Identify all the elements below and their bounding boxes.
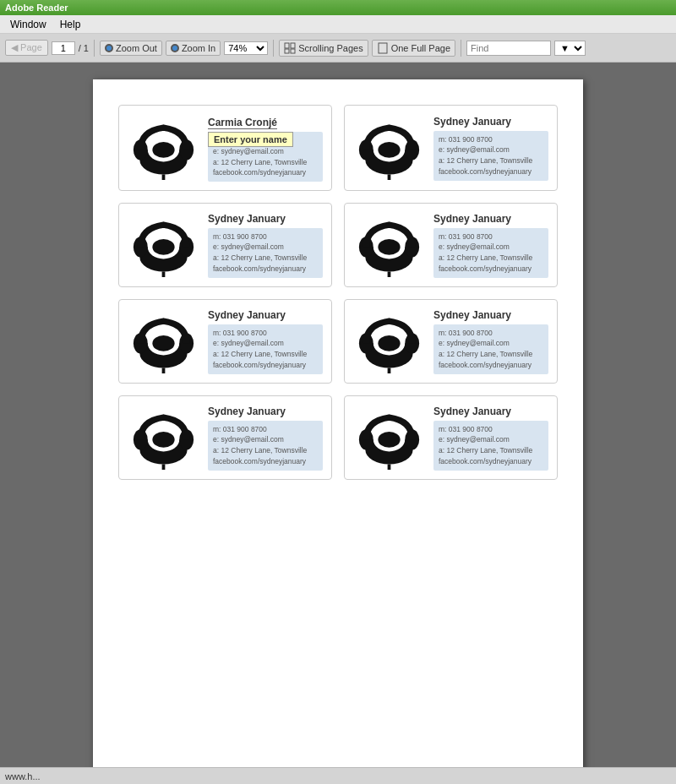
business-card: Sydney January m: 031 900 8700 e: sydney… [118, 395, 332, 480]
card-details: m: 031 900 8700 e: sydney@email.com a: 1… [439, 231, 543, 275]
card-address: a: 12 Cherry Lane, Townsville [439, 445, 543, 456]
toolbar: ◀ Page 1 / 1 Zoom Out Zoom In 74% 50% 10… [0, 34, 676, 63]
one-full-page-label: One Full Page [391, 43, 450, 53]
card-details: m: 031 900 8700 e: sydney@email.com a: 1… [439, 424, 543, 467]
sep2 [273, 40, 274, 57]
menu-help[interactable]: Help [53, 17, 88, 32]
card-email: e: sydney@email.com [439, 144, 543, 155]
phone-icon [353, 310, 425, 373]
business-card: Sydney January m: 031 900 8700 e: sydney… [118, 203, 332, 287]
phone-icon [353, 406, 425, 470]
svg-rect-3 [291, 49, 295, 53]
zoom-select[interactable]: 74% 50% 100% 125% 150% [224, 41, 268, 55]
business-card: Sydney January m: 031 900 8700 e: sydney… [344, 299, 558, 384]
card-social: facebook.com/sydneyjanuary [213, 360, 318, 371]
card-info: Sydney January m: 031 900 8700 e: sydney… [433, 213, 548, 278]
status-bar: www.h... [0, 767, 676, 784]
one-full-page-button[interactable]: One Full Page [372, 40, 455, 57]
zoom-out-button[interactable]: Zoom Out [100, 41, 162, 56]
card-phone: m: 031 900 8700 [213, 328, 318, 339]
card-info-bg: m: 031 900 8700 e: sydney@email.com a: 1… [208, 228, 323, 278]
phone-icon [128, 310, 199, 373]
phone-icon [128, 214, 199, 277]
card-name: Sydney January [433, 309, 548, 321]
card-name: Sydney January [208, 213, 323, 225]
scrolling-pages-label: Scrolling Pages [298, 43, 363, 53]
cards-grid: Carmia Cronjé Enter your name m: 031 900… [110, 96, 566, 488]
sep1 [94, 40, 95, 57]
card-address: a: 12 Cherry Lane, Townsville [213, 253, 318, 264]
svg-point-42 [378, 432, 400, 448]
card-phone: m: 031 900 8700 [439, 424, 543, 435]
card-address: a: 12 Cherry Lane, Townsville [213, 157, 318, 168]
card-address: a: 12 Cherry Lane, Townsville [439, 349, 543, 360]
card-address: a: 12 Cherry Lane, Townsville [439, 253, 543, 264]
menu-bar: Window Help [0, 15, 676, 34]
card-social: facebook.com/sydneyjanuary [213, 264, 318, 275]
card-social: facebook.com/sydneyjanuary [439, 360, 543, 371]
zoom-out-radio [105, 44, 113, 52]
card-name: Sydney January [433, 213, 548, 225]
card-name: Sydney January [208, 309, 323, 321]
card-phone: m: 031 900 8700 [439, 231, 543, 242]
card-details: m: 031 900 8700 e: sydney@email.com a: 1… [439, 328, 543, 371]
card-info: Sydney January m: 031 900 8700 e: sydney… [433, 406, 548, 471]
business-card: Sydney January m: 031 900 8700 e: sydney… [344, 395, 558, 480]
find-input[interactable] [466, 41, 551, 56]
phone-icon [128, 406, 199, 470]
card-phone: m: 031 900 8700 [213, 424, 318, 435]
card-email: e: sydney@email.com [439, 242, 543, 253]
svg-point-17 [152, 239, 174, 255]
svg-point-22 [378, 239, 400, 255]
card-info-bg: m: 031 900 8700 e: sydney@email.com a: 1… [208, 421, 323, 471]
card-phone: m: 031 900 8700 [439, 328, 543, 339]
card-email: e: sydney@email.com [213, 242, 318, 253]
svg-rect-0 [285, 43, 289, 48]
card-info-bg: m: 031 900 8700 e: sydney@email.com a: 1… [433, 324, 548, 374]
zoom-in-label: Zoom In [182, 43, 215, 53]
card-address: a: 12 Cherry Lane, Townsville [439, 155, 543, 166]
phone-icon [128, 117, 199, 180]
svg-point-12 [378, 142, 400, 158]
card-phone: m: 031 900 8700 [439, 134, 543, 145]
main-area: Carmia Cronjé Enter your name m: 031 900… [0, 63, 676, 767]
find-dropdown[interactable]: ▼ [554, 41, 586, 56]
card-info-bg: m: 031 900 8700 e: sydney@email.com a: 1… [433, 228, 548, 278]
sep3 [461, 40, 461, 57]
svg-point-7 [152, 142, 174, 158]
title-bar: Adobe Reader [0, 0, 676, 15]
svg-point-27 [152, 335, 174, 351]
card-info-bg: m: 031 900 8700 e: sydney@email.com a: 1… [433, 131, 548, 181]
phone-icon [353, 214, 425, 277]
card-name: Sydney January [433, 116, 548, 128]
card-social: facebook.com/sydneyjanuary [439, 166, 543, 177]
prev-page-button[interactable]: ◀ Page [5, 40, 48, 56]
card-info: Sydney January m: 031 900 8700 e: sydney… [208, 309, 323, 374]
card-social: facebook.com/sydneyjanuary [213, 456, 318, 467]
zoom-in-radio [171, 44, 179, 52]
phone-icon [353, 117, 425, 180]
pdf-page: Carmia Cronjé Enter your name m: 031 900… [93, 79, 583, 767]
svg-rect-4 [379, 43, 387, 53]
scrolling-pages-button[interactable]: Scrolling Pages [279, 40, 368, 57]
status-text: www.h... [5, 771, 41, 781]
card-email: e: sydney@email.com [213, 146, 318, 157]
card-details: m: 031 900 8700 e: sydney@email.com a: 1… [213, 424, 318, 467]
business-card: Sydney January m: 031 900 8700 e: sydney… [344, 203, 558, 287]
card-email: e: sydney@email.com [213, 434, 318, 445]
svg-rect-2 [285, 49, 289, 53]
card-social: facebook.com/sydneyjanuary [439, 456, 543, 467]
card-email: e: sydney@email.com [213, 338, 318, 349]
card-info-bg: m: 031 900 8700 e: sydney@email.com a: 1… [208, 324, 323, 374]
scrolling-pages-icon [284, 42, 296, 54]
page-number-input[interactable]: 1 [52, 41, 75, 55]
card-name: Sydney January [208, 406, 323, 417]
tooltip-box: Enter your name [208, 132, 293, 147]
menu-window[interactable]: Window [3, 17, 53, 32]
zoom-in-button[interactable]: Zoom In [166, 41, 221, 56]
card-address: a: 12 Cherry Lane, Townsville [213, 445, 318, 456]
card-name: Sydney January [433, 406, 548, 417]
zoom-out-label: Zoom Out [116, 43, 157, 53]
card-details: m: 031 900 8700 e: sydney@email.com a: 1… [213, 231, 318, 275]
card-details: m: 031 900 8700 e: sydney@email.com a: 1… [213, 328, 318, 371]
